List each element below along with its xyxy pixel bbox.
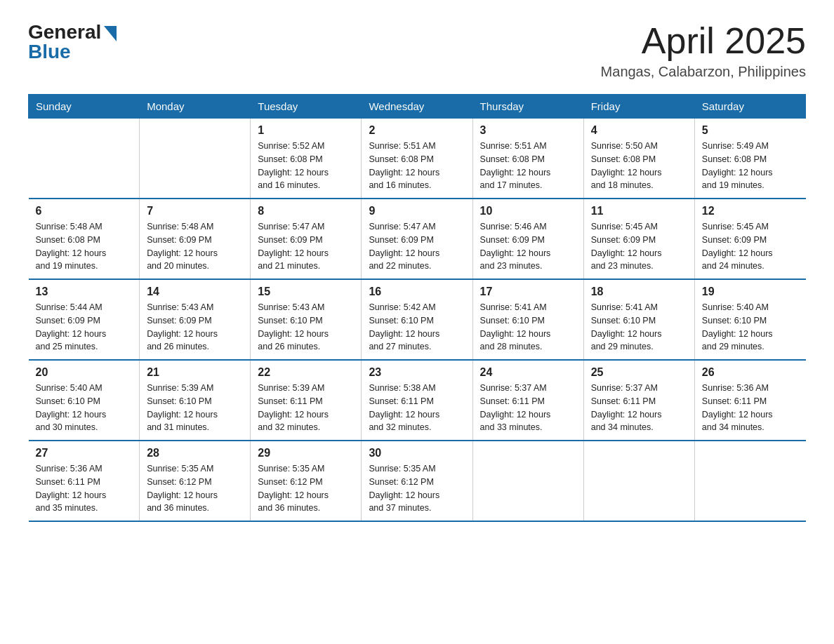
calendar-cell [694,441,805,521]
day-number: 26 [702,366,799,379]
calendar-cell: 24Sunrise: 5:37 AM Sunset: 6:11 PM Dayli… [472,360,583,441]
title-block: April 2025 Mangas, Calabarzon, Philippin… [601,21,806,80]
calendar-cell: 20Sunrise: 5:40 AM Sunset: 6:10 PM Dayli… [29,360,140,441]
day-info: Sunrise: 5:37 AM Sunset: 6:11 PM Dayligh… [591,382,687,434]
month-title: April 2025 [601,21,806,61]
day-info: Sunrise: 5:51 AM Sunset: 6:08 PM Dayligh… [369,140,465,192]
day-number: 7 [147,205,243,217]
day-info: Sunrise: 5:49 AM Sunset: 6:08 PM Dayligh… [702,140,799,192]
calendar-cell: 26Sunrise: 5:36 AM Sunset: 6:11 PM Dayli… [694,360,805,441]
day-info: Sunrise: 5:44 AM Sunset: 6:09 PM Dayligh… [36,301,133,354]
day-number: 2 [369,124,465,137]
day-info: Sunrise: 5:47 AM Sunset: 6:09 PM Dayligh… [258,220,354,273]
logo-arrow-icon [104,26,117,41]
calendar-cell: 25Sunrise: 5:37 AM Sunset: 6:11 PM Dayli… [583,360,694,441]
day-number: 10 [480,205,576,217]
calendar-cell: 11Sunrise: 5:45 AM Sunset: 6:09 PM Dayli… [583,199,694,279]
calendar-week-4: 20Sunrise: 5:40 AM Sunset: 6:10 PM Dayli… [29,360,806,441]
day-number: 30 [369,447,465,459]
day-info: Sunrise: 5:43 AM Sunset: 6:09 PM Dayligh… [147,301,243,354]
day-number: 15 [258,286,354,298]
logo-blue-text: Blue [28,41,71,63]
header-thursday: Thursday [472,95,583,119]
day-info: Sunrise: 5:48 AM Sunset: 6:08 PM Dayligh… [36,220,133,273]
calendar-cell: 15Sunrise: 5:43 AM Sunset: 6:10 PM Dayli… [251,279,362,360]
day-number: 14 [147,286,243,298]
day-number: 8 [258,205,354,217]
calendar-cell: 12Sunrise: 5:45 AM Sunset: 6:09 PM Dayli… [694,199,805,279]
day-info: Sunrise: 5:40 AM Sunset: 6:10 PM Dayligh… [36,382,133,434]
day-info: Sunrise: 5:40 AM Sunset: 6:10 PM Dayligh… [702,301,799,354]
calendar-week-5: 27Sunrise: 5:36 AM Sunset: 6:11 PM Dayli… [29,441,806,521]
day-number: 11 [591,205,687,217]
day-info: Sunrise: 5:41 AM Sunset: 6:10 PM Dayligh… [591,301,687,354]
logo: General Blue [28,21,117,63]
calendar-cell: 6Sunrise: 5:48 AM Sunset: 6:08 PM Daylig… [29,199,140,279]
day-number: 25 [591,366,687,379]
day-info: Sunrise: 5:36 AM Sunset: 6:11 PM Dayligh… [36,462,133,515]
calendar-cell: 23Sunrise: 5:38 AM Sunset: 6:11 PM Dayli… [362,360,472,441]
day-number: 29 [258,447,354,459]
day-number: 19 [702,286,799,298]
calendar-cell: 16Sunrise: 5:42 AM Sunset: 6:10 PM Dayli… [362,279,472,360]
day-info: Sunrise: 5:35 AM Sunset: 6:12 PM Dayligh… [258,462,354,515]
calendar-cell: 18Sunrise: 5:41 AM Sunset: 6:10 PM Dayli… [583,279,694,360]
calendar-cell: 29Sunrise: 5:35 AM Sunset: 6:12 PM Dayli… [251,441,362,521]
calendar-cell: 3Sunrise: 5:51 AM Sunset: 6:08 PM Daylig… [472,119,583,199]
day-number: 5 [702,124,799,137]
day-number: 20 [36,366,133,379]
calendar-header-row: SundayMondayTuesdayWednesdayThursdayFrid… [29,95,806,119]
calendar-cell [583,441,694,521]
day-info: Sunrise: 5:43 AM Sunset: 6:10 PM Dayligh… [258,301,354,354]
day-info: Sunrise: 5:37 AM Sunset: 6:11 PM Dayligh… [480,382,576,434]
calendar-cell: 14Sunrise: 5:43 AM Sunset: 6:09 PM Dayli… [140,279,251,360]
day-number: 17 [480,286,576,298]
calendar-cell: 17Sunrise: 5:41 AM Sunset: 6:10 PM Dayli… [472,279,583,360]
calendar-cell: 2Sunrise: 5:51 AM Sunset: 6:08 PM Daylig… [362,119,472,199]
day-number: 9 [369,205,465,217]
day-info: Sunrise: 5:51 AM Sunset: 6:08 PM Dayligh… [480,140,576,192]
calendar-cell: 27Sunrise: 5:36 AM Sunset: 6:11 PM Dayli… [29,441,140,521]
location-title: Mangas, Calabarzon, Philippines [601,64,806,80]
day-info: Sunrise: 5:46 AM Sunset: 6:09 PM Dayligh… [480,220,576,273]
day-info: Sunrise: 5:41 AM Sunset: 6:10 PM Dayligh… [480,301,576,354]
day-number: 16 [369,286,465,298]
header-saturday: Saturday [694,95,805,119]
header-monday: Monday [140,95,251,119]
day-info: Sunrise: 5:45 AM Sunset: 6:09 PM Dayligh… [702,220,799,273]
calendar-table: SundayMondayTuesdayWednesdayThursdayFrid… [28,94,806,522]
day-number: 6 [36,205,133,217]
calendar-week-3: 13Sunrise: 5:44 AM Sunset: 6:09 PM Dayli… [29,279,806,360]
day-info: Sunrise: 5:52 AM Sunset: 6:08 PM Dayligh… [258,140,354,192]
day-number: 1 [258,124,354,137]
day-number: 28 [147,447,243,459]
calendar-cell: 10Sunrise: 5:46 AM Sunset: 6:09 PM Dayli… [472,199,583,279]
calendar-cell: 13Sunrise: 5:44 AM Sunset: 6:09 PM Dayli… [29,279,140,360]
day-info: Sunrise: 5:39 AM Sunset: 6:11 PM Dayligh… [258,382,354,434]
calendar-cell [140,119,251,199]
calendar-cell: 28Sunrise: 5:35 AM Sunset: 6:12 PM Dayli… [140,441,251,521]
calendar-week-2: 6Sunrise: 5:48 AM Sunset: 6:08 PM Daylig… [29,199,806,279]
day-info: Sunrise: 5:48 AM Sunset: 6:09 PM Dayligh… [147,220,243,273]
header-friday: Friday [583,95,694,119]
page-header: General Blue April 2025 Mangas, Calabarz… [28,21,806,80]
header-sunday: Sunday [29,95,140,119]
calendar-cell [29,119,140,199]
day-number: 27 [36,447,133,459]
calendar-cell: 8Sunrise: 5:47 AM Sunset: 6:09 PM Daylig… [251,199,362,279]
day-number: 18 [591,286,687,298]
day-number: 13 [36,286,133,298]
day-number: 22 [258,366,354,379]
day-number: 24 [480,366,576,379]
calendar-cell: 4Sunrise: 5:50 AM Sunset: 6:08 PM Daylig… [583,119,694,199]
day-number: 23 [369,366,465,379]
day-info: Sunrise: 5:47 AM Sunset: 6:09 PM Dayligh… [369,220,465,273]
calendar-cell: 1Sunrise: 5:52 AM Sunset: 6:08 PM Daylig… [251,119,362,199]
header-tuesday: Tuesday [251,95,362,119]
calendar-cell: 21Sunrise: 5:39 AM Sunset: 6:10 PM Dayli… [140,360,251,441]
calendar-cell [472,441,583,521]
header-wednesday: Wednesday [362,95,472,119]
calendar-cell: 7Sunrise: 5:48 AM Sunset: 6:09 PM Daylig… [140,199,251,279]
calendar-week-1: 1Sunrise: 5:52 AM Sunset: 6:08 PM Daylig… [29,119,806,199]
day-info: Sunrise: 5:42 AM Sunset: 6:10 PM Dayligh… [369,301,465,354]
